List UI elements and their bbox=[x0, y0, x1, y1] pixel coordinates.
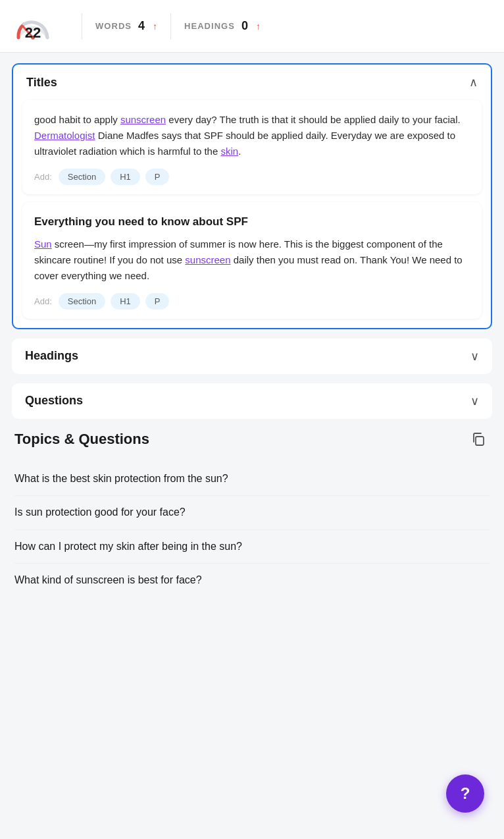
titles-panel-header[interactable]: Titles ∧ bbox=[13, 65, 491, 100]
help-icon: ? bbox=[461, 784, 470, 803]
question-item-4: What kind of sunscreen is best for face? bbox=[14, 564, 490, 597]
card-1-add-label: Add: bbox=[34, 172, 52, 182]
titles-panel: Titles ∧ good habit to apply sunscreen e… bbox=[12, 63, 492, 329]
card-2-link-sun[interactable]: Sun bbox=[34, 238, 52, 250]
words-arrow-icon: ↑ bbox=[153, 21, 157, 32]
headings-metric: HEADINGS 0 ↑ bbox=[184, 19, 261, 33]
copy-svg bbox=[471, 432, 486, 447]
card-2-section-chip[interactable]: Section bbox=[59, 293, 105, 310]
card-1-link-dermatologist[interactable]: Dermatologist bbox=[34, 130, 95, 141]
questions-panel-title: Questions bbox=[25, 394, 83, 408]
headings-label: HEADINGS bbox=[184, 21, 235, 31]
card-1-text-end: . bbox=[238, 146, 241, 157]
copy-icon[interactable] bbox=[467, 428, 490, 450]
card-2-link-sunscreen[interactable]: sunscreen bbox=[185, 254, 230, 265]
question-item-3: How can I protect my skin after being in… bbox=[14, 530, 490, 564]
headings-chevron-down-icon: ∨ bbox=[470, 349, 479, 364]
topics-section: Topics & Questions What is the best skin… bbox=[12, 428, 492, 597]
titles-panel-title: Titles bbox=[26, 76, 57, 90]
top-bar: 22 WORDS 4 ↑ HEADINGS 0 ↑ bbox=[0, 0, 504, 53]
score-container: 22 bbox=[13, 11, 53, 41]
words-label: WORDS bbox=[95, 21, 132, 31]
divider-1 bbox=[82, 13, 82, 40]
card-1-add-row: Add: Section H1 P bbox=[34, 169, 470, 185]
card-2-h1-chip[interactable]: H1 bbox=[111, 293, 140, 310]
words-value: 4 bbox=[138, 19, 145, 33]
card-1-section-chip[interactable]: Section bbox=[59, 169, 105, 185]
card-1-text: good habit to apply sunscreen every day?… bbox=[34, 112, 470, 159]
card-2-heading: Everything you need to know about SPF bbox=[34, 214, 470, 230]
headings-panel-title: Headings bbox=[25, 349, 78, 363]
titles-panel-inner: good habit to apply sunscreen every day?… bbox=[13, 100, 491, 328]
card-1-text-before: good habit to apply bbox=[34, 114, 120, 125]
score-value: 22 bbox=[25, 24, 41, 41]
card-2-p-chip[interactable]: P bbox=[145, 293, 170, 310]
main-content: Titles ∧ good habit to apply sunscreen e… bbox=[0, 53, 504, 607]
headings-panel-header[interactable]: Headings ∨ bbox=[12, 338, 492, 374]
help-button[interactable]: ? bbox=[446, 774, 484, 813]
headings-value: 0 bbox=[241, 19, 248, 33]
question-item-2: Is sun protection good for your face? bbox=[14, 496, 490, 529]
questions-panel: Questions ∨ bbox=[12, 383, 492, 419]
gauge-wrap: 22 bbox=[13, 11, 53, 41]
card-1-p-chip[interactable]: P bbox=[145, 169, 170, 185]
card-2-add-row: Add: Section H1 P bbox=[34, 293, 470, 310]
questions-chevron-down-icon: ∨ bbox=[470, 394, 479, 408]
titles-chevron-up-icon: ∧ bbox=[469, 75, 478, 90]
card-1-text-mid1: every day? The truth is that it should b… bbox=[166, 114, 460, 125]
card-2-text: Sun screen—my first impression of summer… bbox=[34, 236, 470, 284]
card-2-add-label: Add: bbox=[34, 296, 52, 306]
questions-panel-header[interactable]: Questions ∨ bbox=[12, 383, 492, 419]
topics-header: Topics & Questions bbox=[14, 428, 490, 450]
topics-title: Topics & Questions bbox=[14, 431, 149, 448]
card-1-link-sunscreen[interactable]: sunscreen bbox=[120, 114, 166, 125]
words-metric: WORDS 4 ↑ bbox=[95, 19, 157, 33]
card-1-text-mid2: Diane Madfes says that SPF should be app… bbox=[34, 130, 455, 157]
card-1-link-skin[interactable]: skin bbox=[220, 146, 238, 157]
question-item-1: What is the best skin protection from th… bbox=[14, 462, 490, 496]
card-1-h1-chip[interactable]: H1 bbox=[111, 169, 140, 185]
divider-2 bbox=[170, 13, 171, 40]
titles-card-1: good habit to apply sunscreen every day?… bbox=[22, 100, 482, 194]
headings-arrow-icon: ↑ bbox=[256, 21, 261, 32]
svg-rect-2 bbox=[476, 437, 484, 445]
titles-card-2: Everything you need to know about SPF Su… bbox=[22, 202, 482, 319]
questions-list: What is the best skin protection from th… bbox=[14, 462, 490, 597]
headings-panel: Headings ∨ bbox=[12, 338, 492, 374]
